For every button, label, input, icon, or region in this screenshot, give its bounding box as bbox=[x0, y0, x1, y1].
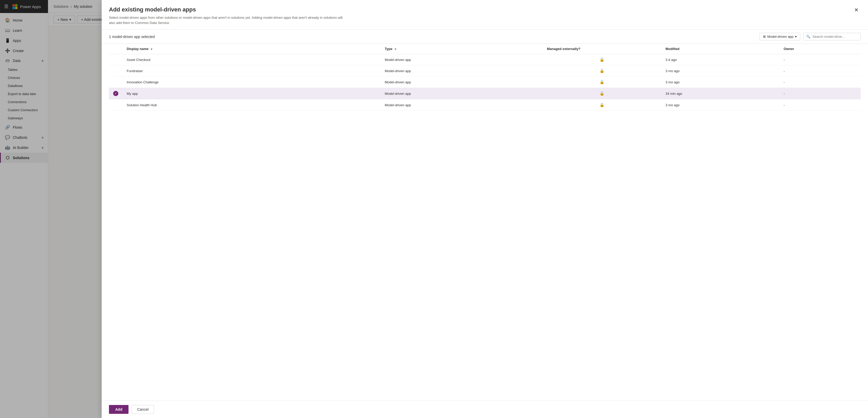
table-body: Asset Checkout Model-driven app 🔒 3 d ag… bbox=[109, 54, 861, 111]
row-managed: 🔒 bbox=[543, 65, 661, 77]
apps-table: Display name ∨ Type ∨ Managed externally… bbox=[109, 44, 861, 111]
row-selected-indicator: ✓ bbox=[113, 91, 118, 96]
row-modified: 3 mo ago bbox=[661, 77, 779, 88]
cancel-button[interactable]: Cancel bbox=[132, 405, 154, 414]
row-owner: - bbox=[779, 54, 861, 65]
modal-footer: Add Cancel bbox=[102, 400, 868, 418]
row-owner: - bbox=[779, 100, 861, 111]
modal-close-button[interactable]: ✕ bbox=[852, 6, 861, 13]
type-sort-icon: ∨ bbox=[394, 47, 397, 50]
table-row[interactable]: Fundraiser Model-driven app 🔒 3 mo ago - bbox=[109, 65, 861, 77]
col-header-type[interactable]: Type ∨ bbox=[380, 44, 543, 54]
row-check-cell bbox=[109, 77, 123, 88]
search-input[interactable] bbox=[812, 35, 858, 39]
lock-icon: 🔒 bbox=[599, 91, 604, 96]
row-display-name: My app bbox=[123, 88, 380, 100]
selected-count: 1 model-driven app selected bbox=[109, 35, 155, 39]
row-managed: 🔒 bbox=[543, 88, 661, 100]
modal-header-content: Add existing model-driven apps Select mo… bbox=[109, 6, 344, 25]
table-row[interactable]: Asset Checkout Model-driven app 🔒 3 d ag… bbox=[109, 54, 861, 65]
row-type: Model-driven app bbox=[380, 77, 543, 88]
lock-icon: 🔒 bbox=[599, 80, 604, 84]
modal-description: Select model-driven apps from other solu… bbox=[109, 15, 344, 25]
row-modified: 3 mo ago bbox=[661, 100, 779, 111]
filter-search-area: ⊞ Model-driven app ▾ 🔍 bbox=[760, 33, 861, 40]
row-modified: 34 min ago bbox=[661, 88, 779, 100]
col-header-modified: Modified bbox=[661, 44, 779, 54]
lock-icon: 🔒 bbox=[599, 103, 604, 107]
row-type: Model-driven app bbox=[380, 88, 543, 100]
row-modified: 3 mo ago bbox=[661, 65, 779, 77]
col-header-managed: Managed externally? bbox=[543, 44, 661, 54]
row-display-name: Innovation Challenge bbox=[123, 77, 380, 88]
row-display-name: Asset Checkout bbox=[123, 54, 380, 65]
table-row[interactable]: Innovation Challenge Model-driven app 🔒 … bbox=[109, 77, 861, 88]
col-header-display-name[interactable]: Display name ∨ bbox=[123, 44, 380, 54]
col-header-owner: Owner bbox=[779, 44, 861, 54]
table-header-row: Display name ∨ Type ∨ Managed externally… bbox=[109, 44, 861, 54]
row-owner: - bbox=[779, 65, 861, 77]
row-check-cell bbox=[109, 54, 123, 65]
row-owner: - bbox=[779, 77, 861, 88]
row-managed: 🔒 bbox=[543, 100, 661, 111]
display-name-sort-icon: ∨ bbox=[150, 47, 153, 50]
add-button[interactable]: Add bbox=[109, 405, 128, 414]
row-display-name: Fundraiser bbox=[123, 65, 380, 77]
search-icon: 🔍 bbox=[806, 35, 810, 39]
modal-toolbar: 1 model-driven app selected ⊞ Model-driv… bbox=[102, 30, 868, 44]
row-managed: 🔒 bbox=[543, 77, 661, 88]
row-type: Model-driven app bbox=[380, 54, 543, 65]
lock-icon: 🔒 bbox=[599, 69, 604, 73]
row-managed: 🔒 bbox=[543, 54, 661, 65]
filter-icon: ⊞ bbox=[763, 35, 766, 39]
modal-table-area: Display name ∨ Type ∨ Managed externally… bbox=[102, 44, 868, 400]
row-display-name: Solution Health Hub bbox=[123, 100, 380, 111]
row-check-cell: ✓ bbox=[109, 88, 123, 100]
search-box: 🔍 bbox=[803, 33, 861, 40]
filter-button[interactable]: ⊞ Model-driven app ▾ bbox=[760, 33, 800, 40]
row-owner: - bbox=[779, 88, 861, 100]
row-check-cell bbox=[109, 100, 123, 111]
row-modified: 3 d ago bbox=[661, 54, 779, 65]
col-header-check bbox=[109, 44, 123, 54]
modal-title: Add existing model-driven apps bbox=[109, 6, 344, 13]
modal-header: Add existing model-driven apps Select mo… bbox=[102, 0, 868, 30]
row-check-cell bbox=[109, 65, 123, 77]
filter-chevron-icon: ▾ bbox=[795, 35, 797, 39]
modal-panel: Add existing model-driven apps Select mo… bbox=[102, 0, 868, 418]
table-row[interactable]: ✓ My app Model-driven app 🔒 34 min ago - bbox=[109, 88, 861, 100]
table-row[interactable]: Solution Health Hub Model-driven app 🔒 3… bbox=[109, 100, 861, 111]
row-type: Model-driven app bbox=[380, 65, 543, 77]
filter-label: Model-driven app bbox=[767, 35, 794, 39]
lock-icon: 🔒 bbox=[599, 57, 604, 62]
row-type: Model-driven app bbox=[380, 100, 543, 111]
